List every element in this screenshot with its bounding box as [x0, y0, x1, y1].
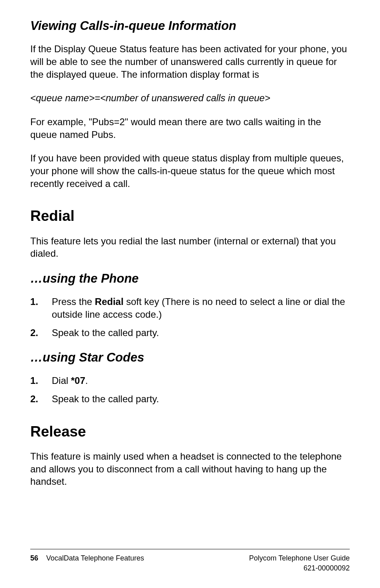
subsection-heading-using-star-codes: …using Star Codes — [30, 350, 350, 365]
footer-left-text: VocalData Telephone Features — [46, 553, 144, 563]
list-number: 2. — [30, 393, 52, 405]
list-number: 2. — [30, 326, 52, 339]
page-footer: 56 VocalData Telephone Features Polycom … — [30, 549, 350, 573]
body-paragraph: This feature lets you redial the last nu… — [30, 235, 350, 260]
footer-rule — [30, 549, 350, 549]
section-heading-release: Release — [30, 423, 350, 441]
list-item: 1. Dial *07. — [30, 374, 350, 387]
list-item: 2. Speak to the called party. — [30, 326, 350, 339]
format-example-line: <queue name>=<number of unanswered calls… — [30, 92, 350, 104]
footer-row: 56 VocalData Telephone Features Polycom … — [30, 553, 350, 573]
ordered-list: 1. Press the Redial soft key (There is n… — [30, 295, 350, 339]
body-paragraph: This feature is mainly used when a heads… — [30, 450, 350, 488]
body-paragraph: For example, "Pubs=2" would mean there a… — [30, 116, 350, 141]
list-text: Speak to the called party. — [52, 326, 350, 339]
body-paragraph: If the Display Queue Status feature has … — [30, 43, 350, 81]
list-item: 2. Speak to the called party. — [30, 393, 350, 405]
list-text: Dial *07. — [52, 374, 350, 387]
section-heading-viewing-queue: Viewing Calls-in-queue Information — [30, 18, 350, 33]
footer-right-line1: Polycom Telephone User Guide — [249, 553, 350, 563]
footer-left: 56 VocalData Telephone Features — [30, 553, 144, 573]
list-text: Speak to the called party. — [52, 393, 350, 405]
body-paragraph: If you have been provided with queue sta… — [30, 152, 350, 190]
page-number: 56 — [30, 553, 38, 563]
list-text: Press the Redial soft key (There is no n… — [52, 295, 350, 321]
ordered-list: 1. Dial *07. 2. Speak to the called part… — [30, 374, 350, 405]
list-number: 1. — [30, 295, 52, 321]
list-number: 1. — [30, 374, 52, 387]
page-content: Viewing Calls-in-queue Information If th… — [30, 18, 350, 488]
section-heading-redial: Redial — [30, 207, 350, 225]
subsection-heading-using-phone: …using the Phone — [30, 271, 350, 286]
list-item: 1. Press the Redial soft key (There is n… — [30, 295, 350, 321]
footer-right: Polycom Telephone User Guide 621-0000009… — [249, 553, 350, 573]
footer-right-line2: 621-00000092 — [249, 563, 350, 573]
